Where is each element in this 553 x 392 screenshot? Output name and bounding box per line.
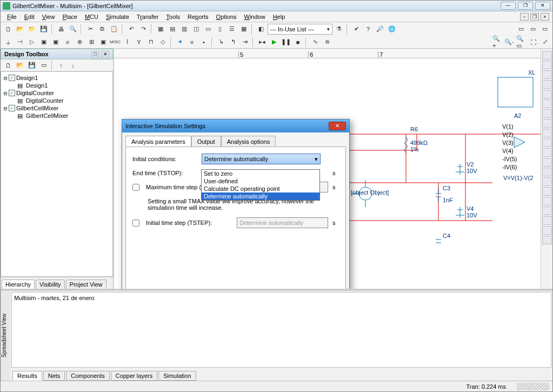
twisty-icon[interactable]: ⊟ (2, 90, 9, 96)
jct-icon[interactable]: • (198, 37, 209, 48)
tab-analysis-options[interactable]: Analysis options (221, 136, 276, 147)
tree-new-icon[interactable]: 🗋 (3, 60, 14, 71)
menu-help[interactable]: Help (270, 12, 289, 21)
tab-simulation[interactable]: Simulation (158, 371, 196, 381)
layout3-icon[interactable]: ▭ (539, 24, 550, 35)
comp3-icon[interactable]: ▷ (26, 37, 37, 48)
cut-icon[interactable]: ✂ (85, 24, 96, 35)
comp11-icon[interactable]: ⌇ (122, 37, 132, 48)
comp5-icon[interactable]: ▣ (50, 37, 61, 48)
comp13-icon[interactable]: ⊓ (145, 37, 156, 48)
instr-10-icon[interactable] (542, 138, 552, 147)
tree-item-digitalcounter[interactable]: ⊟ ✓ DigitalCounter (2, 89, 111, 97)
comp6-icon[interactable]: ≡ (62, 37, 73, 48)
tree-open-icon[interactable]: 📂 (15, 60, 25, 71)
panel-pin-icon[interactable]: □ (91, 51, 99, 58)
hier-out-icon[interactable]: ↰ (228, 37, 238, 48)
inuse-list-combo[interactable]: --- In-Use List --- (268, 24, 332, 35)
instr-14-icon[interactable] (542, 177, 552, 186)
mdi-close[interactable]: × (541, 13, 549, 21)
comp1-icon[interactable]: ⏚ (3, 37, 14, 48)
grid2-icon[interactable]: ▤ (167, 24, 178, 35)
comp8-icon[interactable]: ⊞ (86, 37, 97, 48)
next-icon[interactable]: ⇥ (239, 37, 250, 48)
save-icon[interactable]: 💾 (38, 24, 49, 35)
instr-4-icon[interactable] (542, 80, 552, 89)
twisty-icon[interactable]: ⊟ (2, 105, 9, 111)
tree-item-digitalcounter-child[interactable]: ▤ DigitalCounter (2, 97, 111, 104)
instr-15-icon[interactable] (542, 187, 552, 196)
tab-copper-layers[interactable]: Copper layers (111, 371, 157, 381)
menu-place[interactable]: Place (59, 12, 81, 21)
probe-icon[interactable]: ✦ (175, 37, 185, 48)
spreadsheet-side-label[interactable]: Spreadsheet View (1, 291, 10, 381)
sheets-icon[interactable]: ▯ (215, 24, 225, 35)
check-icon[interactable]: ✔ (351, 24, 362, 35)
zoom-in-icon[interactable]: 🔍+ (492, 37, 503, 48)
fullscreen-icon[interactable]: ⤢ (539, 37, 550, 48)
instr-1-icon[interactable] (542, 51, 552, 59)
stack-icon[interactable]: ☰ (226, 24, 237, 35)
comp9-icon[interactable]: ▣ (98, 37, 109, 48)
menu-edit[interactable]: Edit (21, 12, 38, 21)
stop-icon[interactable]: ■ (292, 37, 303, 48)
print-icon[interactable]: 🖶 (56, 24, 66, 35)
zoom-out-icon[interactable]: 🔍- (504, 37, 515, 48)
tree-item-gilbert[interactable]: ⊟ ✓ GilbertCellMixer (2, 104, 111, 112)
copy-icon[interactable]: ⧉ (97, 24, 108, 35)
grid1-icon[interactable]: ▦ (155, 24, 166, 35)
instr-19-icon[interactable] (542, 226, 552, 235)
comp2-icon[interactable]: ⊣ (15, 37, 25, 48)
tree-item-design1-child[interactable]: ▤ Design1 (2, 82, 111, 89)
find-icon[interactable]: 🔎 (375, 24, 385, 35)
menu-options[interactable]: Options (213, 12, 240, 21)
menu-simulate[interactable]: Simulate (103, 12, 132, 21)
zoom-fit-icon[interactable]: ⛶ (528, 37, 538, 48)
tab-output[interactable]: Output (191, 136, 221, 147)
comp-misc-icon[interactable]: MISC (110, 37, 121, 48)
menu-view[interactable]: View (39, 12, 58, 21)
undo-icon[interactable]: ↶ (126, 24, 137, 35)
dropdown-item-set-to-zero[interactable]: Set to zero (202, 170, 319, 177)
instr-17-icon[interactable] (542, 207, 552, 215)
instr-9-icon[interactable] (542, 129, 552, 137)
filter-icon[interactable]: ⚗ (334, 24, 344, 35)
menu-transfer[interactable]: Transfer (134, 12, 162, 21)
ai-icon[interactable]: ◧ (256, 24, 266, 35)
dropdown-item-dc-op[interactable]: Calculate DC operating point (202, 185, 319, 192)
analyze-icon[interactable]: ≋ (322, 37, 332, 48)
menu-reports[interactable]: Reports (184, 12, 212, 21)
tree-save-icon[interactable]: 💾 (26, 60, 37, 71)
zoom-area-icon[interactable]: 🔍▭ (516, 37, 527, 48)
checkbox[interactable]: ✓ (9, 75, 15, 81)
run-icon[interactable]: ▶ (269, 37, 279, 48)
dropdown-item-auto[interactable]: Determine automatically (202, 192, 319, 200)
tmax-checkbox[interactable] (132, 184, 139, 191)
mdi-minimize[interactable]: – (520, 13, 529, 21)
tree-item-gilbert-child[interactable]: ▤ GilbertCellMixer (2, 112, 111, 119)
globe-icon[interactable]: 🌐 (387, 24, 397, 35)
instr-6-icon[interactable] (542, 99, 552, 108)
layout2-icon[interactable]: ▭ (528, 24, 538, 35)
help-icon[interactable]: ? (363, 24, 374, 35)
redo-icon[interactable]: ↷ (138, 24, 149, 35)
twisty-icon[interactable]: ⊟ (2, 75, 9, 81)
mdi-restore[interactable]: ❐ (530, 13, 539, 21)
design-tree[interactable]: ⊟ ✓ Design1 ▤ Design1 ⊟ ✓ DigitalCounter… (1, 71, 113, 277)
panel-close-icon[interactable]: × (102, 51, 109, 58)
paste-icon[interactable]: 📋 (109, 24, 119, 35)
grid3-icon[interactable]: ▥ (179, 24, 190, 35)
comp4-icon[interactable]: ▣ (38, 37, 49, 48)
trace-icon[interactable]: ∿ (310, 37, 321, 48)
checkbox[interactable]: ✓ (9, 105, 15, 111)
run-toggle-icon[interactable]: ▸◂ (257, 37, 268, 48)
minimize-button[interactable]: — (501, 2, 516, 10)
table-icon[interactable]: ▦ (238, 24, 249, 35)
db-icon[interactable]: ◫ (191, 24, 202, 35)
dropdown-item-user-defined[interactable]: User-defined (202, 177, 319, 185)
tab-nets[interactable]: Nets (43, 371, 65, 381)
initial-conditions-combo[interactable]: Determine automatically▾ (202, 154, 321, 164)
instr-8-icon[interactable] (542, 119, 552, 128)
tab-analysis-parameters[interactable]: Analysis parameters (125, 136, 191, 147)
instr-12-icon[interactable] (542, 158, 552, 167)
